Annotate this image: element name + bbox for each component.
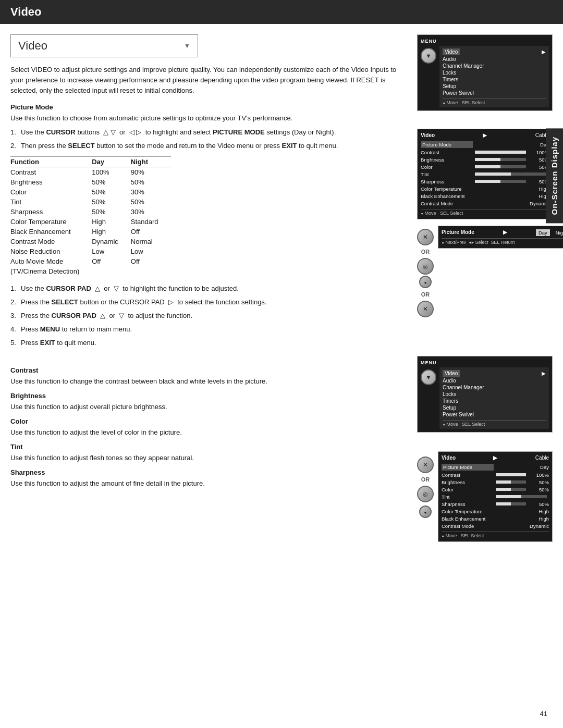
brightness-section: Brightness Use this function to adjust o…	[10, 392, 401, 412]
vs-row: Tint	[421, 170, 549, 178]
tint-section: Tint Use this function to adjust flesh t…	[10, 443, 401, 463]
vs-row: Contrast ModeDynamic	[442, 522, 549, 529]
sharpness-section: Sharpness Use this function to adjust th…	[10, 468, 401, 489]
menu-item-timers-2: Timers	[443, 398, 546, 404]
table-row: Color TemperatureHighStandard	[10, 217, 171, 227]
table-row: Contrast100%90%	[10, 167, 171, 177]
menu-item-audio-2: Audio	[443, 377, 546, 384]
vs-row: Tint	[442, 493, 549, 500]
vs-row: Black EnhancementHigh	[421, 192, 549, 200]
side-tab: On-Screen Display	[546, 128, 563, 223]
color-heading: Color	[10, 417, 401, 425]
picture-mode-section: Picture Mode Use this function to choose…	[10, 103, 401, 151]
vs-row: Contrast ModeDynamic	[421, 200, 549, 207]
menu-button-icon-2: ▼	[421, 369, 436, 385]
video-settings-screenshot-2: Video ▶ Cable Picture ModeDayContrast100…	[438, 451, 553, 542]
menu-item-setup-1: Setup	[443, 83, 546, 90]
table-header-day: Day	[92, 156, 131, 167]
table-row: Contrast ModeDynamicNormal	[10, 237, 171, 246]
menu-screenshot-2-wrapper: MENU ▼ Video ▶ Audio	[417, 356, 553, 433]
or-section-2: ✕ OR ◎ ⬥ Video ▶ Cable Picture ModeDayCo…	[417, 451, 553, 542]
sharpness-body: Use this function to adjust the amount o…	[10, 478, 401, 489]
contrast-body: Use this function to change the contrast…	[10, 376, 401, 387]
sharpness-heading: Sharpness	[10, 468, 401, 476]
vs-row: Color50%	[421, 163, 549, 170]
tint-body: Use this function to adjust flesh tones …	[10, 453, 401, 463]
vs-row: Color TemperatureHigh	[442, 508, 549, 515]
brightness-body: Use this function to adjust overall pict…	[10, 402, 401, 412]
vs-row: Brightness50%	[442, 478, 549, 486]
menu-item-timers-1: Timers	[443, 76, 546, 83]
picture-mode-step1: 1. Use the CURSOR buttons △ ▽ or ◁ ▷ to …	[10, 127, 401, 138]
menu-item-audio-1: Audio	[443, 56, 546, 63]
remote-btn-or-bot: ⬥	[419, 276, 432, 288]
vs-row: Sharpness50%	[442, 500, 549, 508]
night-option: Night	[553, 229, 563, 236]
left-column: Video ▼ Select VIDEO to adjust picture s…	[10, 34, 407, 542]
table-row: Auto Movie ModeOffOff	[10, 256, 171, 266]
color-body: Use this function to adjust the level of…	[10, 427, 401, 438]
menu-item-setup-2: Setup	[443, 404, 546, 411]
table-row: Color50%30%	[10, 187, 171, 197]
menu-label-2: MENU	[421, 360, 549, 365]
menu-button-icon-1: ▼	[421, 48, 436, 64]
menu-label-1: MENU	[421, 38, 549, 44]
header-title: Video	[10, 5, 42, 18]
table-row: Sharpness50%30%	[10, 207, 171, 217]
tint-heading: Tint	[10, 443, 401, 451]
menu-item-powerswivel-2: Power Swivel	[443, 411, 546, 418]
pm-nav: ⬥ Next/Prev ◀▶ Select SEL Return	[442, 238, 563, 245]
step-3: 3. Press the CURSOR PAD △ or ▽ to adjust…	[10, 311, 401, 321]
table-header-function: Function	[10, 156, 92, 167]
page-header: Video	[0, 0, 563, 24]
menu-item-channel-2: Channel Manager	[443, 384, 546, 391]
menu-item-video-1: Video ▶	[443, 48, 546, 56]
vs-row: Color TemperatureHigh	[421, 185, 549, 192]
menu-screenshot-2: MENU ▼ Video ▶ Audio	[417, 356, 553, 433]
video-description: Select VIDEO to adjust picture settings …	[10, 65, 401, 96]
step-4: 4. Press MENU to return to main menu.	[10, 324, 401, 335]
or-buttons-group: ✕ OR ◎ ⬥ OR ✕	[417, 226, 434, 317]
page-number: 41	[540, 710, 547, 718]
vs-row: Picture ModeDay	[421, 140, 549, 149]
vs-row: Contrast100%	[421, 149, 549, 156]
vs-row: Black EnhancementHigh	[442, 515, 549, 522]
vs-row: Contrast100%	[442, 471, 549, 478]
menu-screenshot-1: MENU ▼ Video ▶ Audio Channel Manager	[417, 34, 553, 111]
or-buttons-group-2: ✕ OR ◎ ⬥	[417, 451, 434, 518]
menu-item-locks-1: Locks	[443, 69, 546, 76]
remote-btn-or-top: ✕	[417, 229, 434, 245]
remote-btn-2-bot: ⬥	[419, 505, 432, 518]
menu-items-box-2: Video ▶ Audio Channel Manager Locks	[439, 367, 549, 429]
menu-nav-hint-2: ⬥ Move SEL Select	[443, 420, 546, 427]
step-1: 1. Use the CURSOR PAD △ or ▽ to highligh…	[10, 283, 401, 294]
step-5: 5. Press EXIT to quit menu.	[10, 338, 401, 348]
vs-row: Sharpness50%	[421, 178, 549, 185]
function-table: Function Day Night Contrast100%90%Bright…	[10, 156, 171, 276]
table-header-night: Night	[131, 156, 171, 167]
menu-nav-hint-1: ⬥ Move SEL Select	[443, 98, 546, 105]
picture-mode-step2: 2. Then press the SELECT button to set t…	[10, 141, 401, 151]
steps-section: 1. Use the CURSOR PAD △ or ▽ to highligh…	[10, 283, 401, 349]
brightness-heading: Brightness	[10, 392, 401, 400]
menu-item-channel-1: Channel Manager	[443, 63, 546, 69]
right-column: MENU ▼ Video ▶ Audio Channel Manager	[417, 34, 553, 542]
contrast-heading: Contrast	[10, 366, 401, 374]
dropdown-arrow-icon: ▼	[184, 42, 190, 50]
or-section: ✕ OR ◎ ⬥ OR ✕ Picture Mode ▶	[417, 226, 553, 317]
menu-items-box-1: Video ▶ Audio Channel Manager Locks Time…	[439, 46, 549, 107]
table-row: Black EnhancementHighOff	[10, 227, 171, 237]
table-row: Noise ReductionLowLow	[10, 246, 171, 256]
video-title-box: Video ▼	[10, 34, 198, 57]
menu-item-powerswivel-1: Power Swivel	[443, 90, 546, 96]
vs-row: Brightness50%	[421, 156, 549, 163]
remote-btn-or-mid: ◎	[417, 258, 434, 275]
video-settings-screenshot-1: Video ▶ Cable Picture ModeDayContrast100…	[417, 129, 553, 219]
video-title: Video	[18, 39, 47, 53]
picture-mode-heading: Picture Mode	[10, 103, 401, 111]
menu-item-locks-2: Locks	[443, 391, 546, 398]
step-2: 2. Press the SELECT button or the CURSOR…	[10, 297, 401, 307]
picture-mode-screenshot: Picture Mode ▶ Day Night ⬥ Next/Prev ◀▶ …	[438, 226, 563, 249]
color-section: Color Use this function to adjust the le…	[10, 417, 401, 438]
vs-row: Color50%	[442, 486, 549, 493]
